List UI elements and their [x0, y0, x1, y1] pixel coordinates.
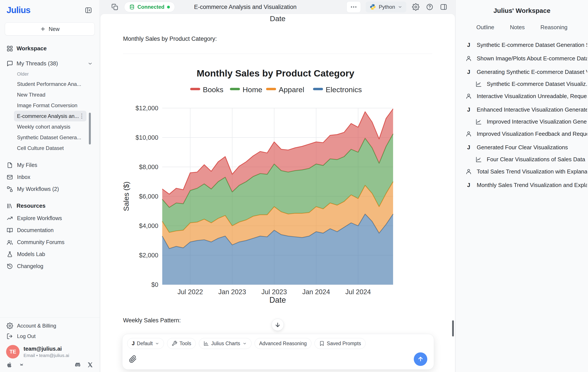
sidebar-thread-item[interactable]: E-commerce Analysis an...⋮	[14, 111, 86, 121]
pill-label: Tools	[179, 341, 191, 347]
outline-item-sub[interactable]: Synthetic E-commerce Dataset Visualiz...	[456, 79, 588, 89]
outline-item-assistant[interactable]: JSynthetic E-commerce Dataset Generation…	[456, 38, 588, 52]
my-threads-toggle[interactable]: My Threads (38)	[0, 60, 100, 67]
sidebar-thread-item[interactable]: Synthetic Dataset Genera...	[14, 132, 86, 143]
thread-label: Weekly cohort analysis	[17, 124, 70, 130]
collapse-sidebar-button[interactable]	[84, 6, 93, 15]
tab-reasoning[interactable]: Reasoning	[541, 24, 567, 31]
sidebar-item-label: Log Out	[17, 333, 35, 339]
thread-label: Student Performance Ana...	[17, 81, 81, 87]
send-button[interactable]	[414, 352, 427, 366]
runtime-selector[interactable]: Python	[366, 1, 406, 12]
connection-status-badge[interactable]: Connected	[124, 2, 175, 12]
julius-j-icon: J	[132, 340, 135, 347]
previous-chart-xlabel: Date	[100, 14, 455, 23]
more-options-button[interactable]	[346, 1, 361, 13]
outline-item-assistant[interactable]: JGenerating Synthetic E-commerce Dataset…	[456, 65, 588, 79]
android-icon[interactable]	[18, 361, 25, 368]
sidebar-item-inbox[interactable]: Inbox	[0, 171, 100, 183]
thread-group: Older Student Performance Ana...New Thre…	[14, 69, 100, 153]
attach-file-button[interactable]	[129, 355, 137, 363]
sidebar-item-my-files[interactable]: My Files	[0, 159, 100, 171]
user-row[interactable]: TE team@julius.ai Email • team@julius.ai	[0, 341, 100, 359]
resources-nav: Explore WorkflowsDocumentationCommunity …	[0, 212, 100, 272]
chart-step-icon	[475, 118, 482, 126]
outline-item-user[interactable]: Total Sales Trend Visualization with Exp…	[456, 165, 588, 178]
user-icon	[465, 55, 472, 62]
sidebar-thread-item[interactable]: Cell Culture Dataset	[14, 143, 86, 153]
svg-text:Jul 2023: Jul 2023	[261, 288, 287, 296]
svg-text:Books: Books	[203, 86, 223, 94]
sidebar-item-my-workflows[interactable]: My Workflows (2)	[0, 183, 100, 195]
outline-item-label: Synthetic E-commerce Dataset Visualiz...	[487, 81, 587, 88]
server-stack-icon	[129, 4, 135, 10]
tab-notes[interactable]: Notes	[510, 24, 525, 31]
user-icon	[465, 55, 472, 62]
composer-pill-advanced-reasoning[interactable]: Advanced Reasoning	[255, 338, 311, 349]
new-thread-button[interactable]: New	[5, 22, 95, 35]
chart-step-icon	[475, 156, 482, 163]
sidebar-footer: Account & BillingLog Out TE team@julius.…	[0, 317, 100, 372]
sidebar-thread-item[interactable]: Image Format Conversion	[14, 100, 86, 111]
composer-pill-tools[interactable]: Tools	[167, 338, 196, 349]
outline-item-user[interactable]: Interactive Visualization Unreadable, Re…	[456, 89, 588, 103]
outline-item-sub[interactable]: Four Clear Visualizations of Sales Data	[456, 154, 588, 165]
composer-pill-saved-prompts[interactable]: Saved Prompts	[315, 338, 366, 349]
copy-thread-button[interactable]	[110, 2, 119, 11]
outline-item-label: Synthetic E-commerce Dataset Generation …	[477, 42, 587, 48]
outline-item-label: Monthly Sales Trend Visualization and Ex…	[477, 182, 587, 188]
sidebar-scrollbar-thumb[interactable]	[89, 113, 91, 144]
sidebar-thread-item[interactable]: Student Performance Ana...	[14, 79, 86, 89]
toggle-right-panel-button[interactable]	[439, 2, 448, 11]
composer-pill-row: JDefaultToolsJulius ChartsAdvanced Reaso…	[127, 338, 429, 349]
thread-group-label: Older	[17, 71, 100, 77]
sidebar-item-models-lab[interactable]: Models Lab	[0, 248, 100, 260]
svg-text:Electronics: Electronics	[326, 86, 362, 94]
thread-menu-icon[interactable]: ⋮	[79, 113, 85, 119]
sidebar-item-explore-workflows[interactable]: Explore Workflows	[0, 212, 100, 224]
chevron-down-icon	[242, 341, 247, 346]
outline-item-assistant[interactable]: JGenerated Four Clear Visualizations	[456, 141, 588, 154]
message-composer: JDefaultToolsJulius ChartsAdvanced Reaso…	[122, 334, 434, 370]
svg-text:$4,000: $4,000	[139, 222, 158, 229]
sidebar-item-community-forums[interactable]: Community Forums	[0, 236, 100, 248]
composer-pill-model-default[interactable]: JDefault	[127, 338, 164, 349]
apple-icon[interactable]	[6, 361, 13, 368]
julius-logo: Julius	[7, 5, 31, 15]
sidebar-item-changelog[interactable]: Changelog	[0, 260, 100, 272]
main-column: Connected E-commerce Analysis and Visual…	[100, 0, 456, 372]
outline-item-user[interactable]: Improved Visualization Feedback and Requ…	[456, 127, 588, 141]
topbar: Connected E-commerce Analysis and Visual…	[100, 0, 456, 14]
divider	[123, 54, 432, 54]
outline-item-sub[interactable]: Improved Interactive Visualization Gene.…	[456, 116, 588, 127]
scroll-to-bottom-button[interactable]	[272, 319, 284, 331]
x-icon[interactable]	[87, 361, 94, 368]
user-icon	[465, 168, 472, 175]
discord-icon[interactable]	[75, 361, 81, 368]
chevron-down-icon	[155, 341, 159, 346]
plus-icon	[40, 26, 46, 32]
settings-button[interactable]	[411, 2, 420, 11]
status-dot	[167, 6, 170, 9]
composer-pill-julius-charts[interactable]: Julius Charts	[199, 338, 252, 349]
tab-outline[interactable]: Outline	[476, 24, 494, 31]
svg-text:Jan 2023: Jan 2023	[218, 288, 246, 296]
chat-scrollbar-thumb[interactable]	[452, 320, 454, 337]
outline-item-user[interactable]: Shown Image/Plots About E-commerce Data	[456, 52, 588, 65]
sidebar-thread-item[interactable]: New Thread	[14, 89, 86, 100]
sidebar-thread-item[interactable]: Weekly cohort analysis	[14, 121, 86, 132]
svg-text:$8,000: $8,000	[139, 164, 158, 170]
sidebar-item-log-out[interactable]: Log Out	[0, 331, 100, 341]
sidebar-item-label: Documentation	[17, 227, 53, 233]
help-button[interactable]	[425, 2, 434, 11]
sidebar-item-label: My Workflows (2)	[17, 186, 59, 192]
sidebar-item-documentation[interactable]: Documentation	[0, 224, 100, 236]
chart-step-icon	[475, 80, 482, 88]
outline-item-assistant[interactable]: JEnhanced Interactive Visualization Gene…	[456, 103, 588, 116]
user-email: Email • team@julius.ai	[23, 353, 69, 358]
outline-item-assistant[interactable]: JMonthly Sales Trend Visualization and E…	[456, 178, 588, 192]
sidebar-item-account-billing[interactable]: Account & Billing	[0, 321, 100, 331]
sidebar-item-label: My Files	[17, 162, 37, 168]
assistant-j-icon: J	[465, 106, 472, 113]
workflow-icon	[7, 186, 13, 192]
